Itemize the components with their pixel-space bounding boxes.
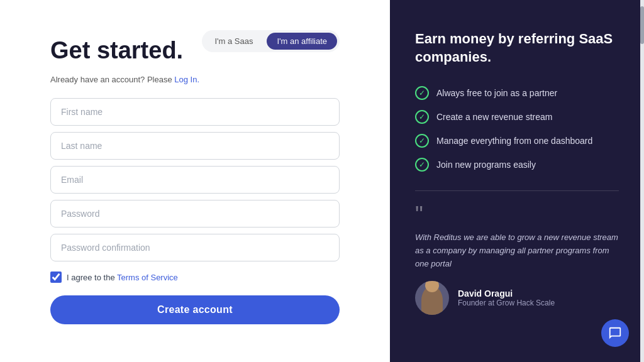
quote-section: " With Reditus we are able to grow a new…	[415, 204, 619, 342]
terms-checkbox[interactable]	[50, 272, 62, 283]
last-name-input[interactable]	[50, 132, 340, 160]
terms-row: I agree to the Terms of Service	[50, 272, 340, 283]
list-item: ✓ Join new programs easily	[415, 158, 619, 172]
testimonial-row: David Oragui Founder at Grow Hack Scale	[415, 281, 619, 315]
chat-button[interactable]	[601, 319, 629, 347]
left-panel: Get started. I'm a Saas I'm an affiliate…	[0, 0, 390, 362]
check-icon: ✓	[415, 86, 429, 100]
avatar-head	[425, 281, 439, 292]
right-panel: Earn money by referring SaaS companies. …	[390, 0, 644, 362]
feature-label: Join new programs easily	[436, 160, 536, 170]
divider	[415, 190, 619, 191]
person-info: David Oragui Founder at Grow Hack Scale	[458, 288, 555, 307]
affiliate-toggle-btn[interactable]: I'm an affiliate	[267, 33, 337, 50]
terms-of-service-link[interactable]: Terms of Service	[117, 273, 178, 282]
check-icon: ✓	[415, 134, 429, 148]
password-confirm-input[interactable]	[50, 234, 340, 261]
scrollbar	[640, 0, 644, 362]
chat-icon	[608, 326, 622, 340]
login-link[interactable]: Log In.	[174, 75, 199, 84]
registration-form	[50, 98, 340, 261]
feature-label: Always free to join as a partner	[436, 88, 557, 98]
avatar	[415, 281, 449, 315]
email-input[interactable]	[50, 166, 340, 194]
list-item: ✓ Always free to join as a partner	[415, 86, 619, 100]
avatar-figure	[421, 286, 443, 315]
list-item: ✓ Manage everything from one dashboard	[415, 134, 619, 148]
person-title: Founder at Grow Hack Scale	[458, 299, 555, 307]
password-input[interactable]	[50, 200, 340, 228]
saas-toggle-btn[interactable]: I'm a Saas	[204, 33, 263, 50]
check-icon: ✓	[415, 110, 429, 124]
feature-label: Create a new revenue stream	[436, 112, 552, 122]
right-heading: Earn money by referring SaaS companies.	[415, 30, 619, 66]
check-icon: ✓	[415, 158, 429, 172]
quote-open-icon: "	[415, 204, 619, 226]
role-toggle-group: I'm a Saas I'm an affiliate	[202, 30, 340, 52]
already-account-text: Already have an account? Please Log In.	[50, 75, 340, 84]
scrollbar-thumb[interactable]	[640, 6, 644, 44]
person-name: David Oragui	[458, 288, 555, 299]
terms-label: I agree to the Terms of Service	[67, 273, 178, 282]
features-list: ✓ Always free to join as a partner ✓ Cre…	[415, 86, 619, 172]
first-name-input[interactable]	[50, 98, 340, 126]
list-item: ✓ Create a new revenue stream	[415, 110, 619, 124]
quote-text: With Reditus we are able to grow a new r…	[415, 231, 619, 270]
create-account-button[interactable]: Create account	[50, 295, 340, 324]
feature-label: Manage everything from one dashboard	[436, 136, 592, 146]
